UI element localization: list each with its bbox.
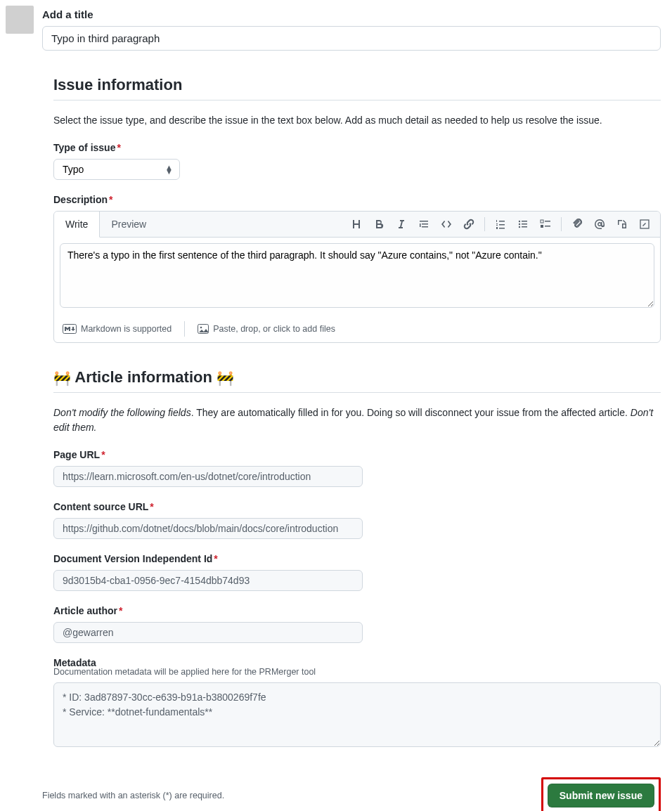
tab-preview[interactable]: Preview bbox=[100, 212, 157, 237]
issue-info-heading: Issue information bbox=[53, 76, 661, 100]
avatar bbox=[6, 6, 34, 34]
toolbar-separator bbox=[561, 217, 562, 231]
submit-new-issue-button[interactable]: Submit new issue bbox=[548, 784, 654, 807]
type-of-issue-label: Type of issue* bbox=[53, 142, 661, 153]
required-fields-note: Fields marked with an asterisk (*) are r… bbox=[6, 791, 224, 800]
markdown-icon bbox=[63, 324, 77, 334]
article-info-heading: 🚧 Article information 🚧 bbox=[53, 368, 661, 393]
ordered-list-icon[interactable] bbox=[491, 214, 510, 234]
title-label: Add a title bbox=[42, 8, 661, 20]
toolbar-separator bbox=[484, 217, 485, 231]
svg-point-2 bbox=[519, 226, 520, 228]
construction-icon: 🚧 bbox=[53, 370, 71, 387]
svg-point-1 bbox=[519, 223, 520, 225]
attach-icon[interactable] bbox=[567, 214, 587, 234]
quote-icon[interactable] bbox=[414, 214, 434, 234]
article-author-input[interactable] bbox=[53, 622, 363, 643]
submit-highlight-box: Submit new issue bbox=[541, 777, 661, 811]
svg-point-7 bbox=[200, 327, 202, 329]
description-label: Description* bbox=[53, 194, 661, 205]
content-source-url-input[interactable] bbox=[53, 518, 363, 539]
doc-version-id-input[interactable] bbox=[53, 570, 363, 591]
mention-icon[interactable] bbox=[590, 214, 609, 234]
italic-icon[interactable] bbox=[392, 214, 411, 234]
svg-rect-3 bbox=[541, 220, 543, 223]
link-icon[interactable] bbox=[459, 214, 479, 234]
tasklist-icon[interactable] bbox=[536, 214, 555, 234]
content-source-url-label: Content source URL* bbox=[53, 501, 661, 512]
type-of-issue-select[interactable]: Typo bbox=[53, 159, 180, 180]
saved-replies-icon[interactable] bbox=[635, 214, 654, 234]
page-url-input[interactable] bbox=[53, 466, 363, 487]
code-icon[interactable] bbox=[437, 214, 456, 234]
heading-icon[interactable] bbox=[347, 214, 366, 234]
issue-info-desc: Select the issue type, and describe the … bbox=[53, 113, 661, 128]
metadata-textarea[interactable] bbox=[53, 682, 661, 747]
article-info-desc: Don't modify the following fields. They … bbox=[53, 406, 661, 435]
attach-files-note[interactable]: Paste, drop, or click to add files bbox=[198, 324, 335, 334]
tab-write[interactable]: Write bbox=[54, 212, 100, 238]
doc-version-id-label: Document Version Independent Id* bbox=[53, 553, 661, 564]
unordered-list-icon[interactable] bbox=[513, 214, 533, 234]
bold-icon[interactable] bbox=[369, 214, 389, 234]
image-icon bbox=[198, 324, 209, 334]
svg-point-0 bbox=[519, 221, 520, 222]
description-textarea[interactable] bbox=[60, 243, 654, 308]
markdown-supported-note[interactable]: Markdown is supported bbox=[63, 324, 172, 334]
metadata-helper: Documentation metadata will be applied h… bbox=[53, 667, 661, 677]
title-input[interactable] bbox=[42, 26, 661, 51]
cross-reference-icon[interactable] bbox=[612, 214, 632, 234]
article-author-label: Article author* bbox=[53, 605, 661, 616]
footer-separator bbox=[184, 321, 185, 337]
page-url-label: Page URL* bbox=[53, 449, 661, 460]
description-editor: Write Preview bbox=[53, 211, 661, 343]
construction-icon: 🚧 bbox=[217, 370, 234, 387]
